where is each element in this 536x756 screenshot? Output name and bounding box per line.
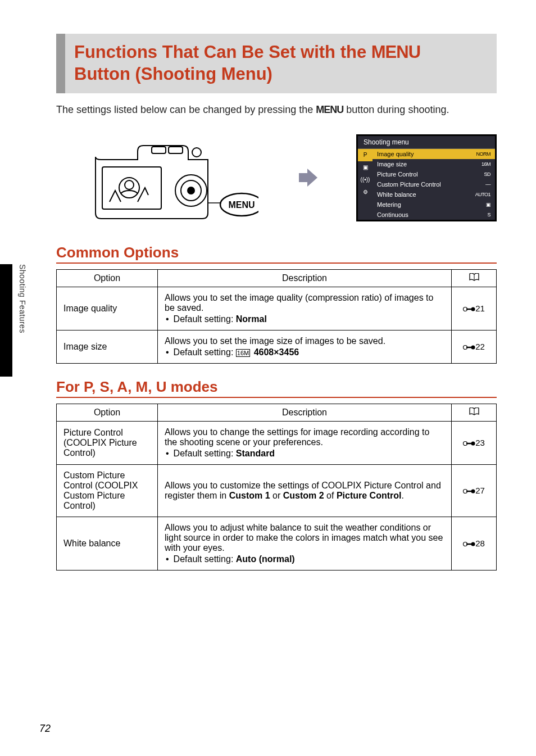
option-cell: Image quality <box>57 287 158 330</box>
lcd-item: Image size16M <box>373 159 495 169</box>
table-modes: Option Description Picture Control (COOL… <box>56 404 497 571</box>
book-icon <box>469 273 479 281</box>
arrow-icon <box>296 166 319 189</box>
mode-letters: P, S, A, M, U <box>84 378 166 395</box>
lcd-header: Shooting menu <box>358 136 495 149</box>
description-cell: Allows you to customize the settings of … <box>158 464 452 517</box>
option-cell: Image size <box>57 330 158 363</box>
lcd-item: Image qualityNORM <box>373 149 495 159</box>
menu-button-label: MENU <box>228 200 255 210</box>
side-tab <box>0 264 12 377</box>
description-cell: Allows you to adjust white balance to su… <box>158 517 452 570</box>
reference-cell: 22 <box>452 330 497 363</box>
reference-cell: 21 <box>452 287 497 330</box>
svg-point-5 <box>188 187 194 194</box>
lcd-item: Custom Picture Control–– <box>373 179 495 189</box>
page-title-bar: Functions That Can Be Set with the MENU … <box>56 34 497 93</box>
th-option: Option <box>57 404 158 421</box>
th-description: Description <box>158 404 452 421</box>
lcd-tab-2: ▣ <box>358 161 373 174</box>
reference-icon <box>463 440 475 447</box>
lcd-item: ContinuousS <box>373 210 495 220</box>
lcd-item: White balanceAUTO1 <box>373 189 495 200</box>
th-reference <box>452 269 497 287</box>
th-description: Description <box>158 269 452 287</box>
page-title: Functions That Can Be Set with the MENU … <box>74 42 488 85</box>
reference-cell: 27 <box>452 464 497 517</box>
menu-word-title: MENU <box>371 42 420 62</box>
option-cell: Custom Picture Control (COOLPIX Custom P… <box>57 464 158 517</box>
table-common-options: Option Description Image quality Allows … <box>56 269 497 364</box>
camera-illustration: MENU <box>79 129 258 227</box>
lcd-item: Metering▣ <box>373 200 495 210</box>
description-cell: Allows you to set the image quality (com… <box>158 287 452 330</box>
heading-common-options: Common Options <box>56 244 497 264</box>
page-number: 72 <box>39 723 51 735</box>
reference-cell: 23 <box>452 421 497 464</box>
lcd-items: Image qualityNORM Image size16M Picture … <box>373 149 495 220</box>
reference-icon <box>463 541 475 547</box>
description-cell: Allows you to change the settings for im… <box>158 421 452 464</box>
intro-text: The settings listed below can be changed… <box>56 102 497 117</box>
reference-icon <box>463 344 475 351</box>
option-cell: Picture Control (COOLPIX Picture Control… <box>57 421 158 464</box>
table-row: Image quality Allows you to set the imag… <box>57 287 497 330</box>
th-reference <box>452 404 497 421</box>
table-row: Picture Control (COOLPIX Picture Control… <box>57 421 497 464</box>
heading-modes: For P, S, A, M, U modes <box>56 378 497 398</box>
table-row: Custom Picture Control (COOLPIX Custom P… <box>57 464 497 517</box>
lcd-tab-p: P <box>358 149 373 161</box>
option-cell: White balance <box>57 517 158 570</box>
diagram-row: MENU Shooting menu P ▣ ((•)) ⚙ Image qua… <box>79 129 497 227</box>
table-row: White balance Allows you to adjust white… <box>57 517 497 570</box>
table-row: Image size Allows you to set the image s… <box>57 330 497 363</box>
lcd-sidebar: P ▣ ((•)) ⚙ <box>358 149 373 220</box>
reference-icon <box>463 488 475 495</box>
reference-cell: 28 <box>452 517 497 570</box>
reference-icon <box>463 306 475 313</box>
section-side-label: Shooting Features <box>18 264 27 333</box>
lcd-item: Picture ControlSD <box>373 169 495 179</box>
th-option: Option <box>57 269 158 287</box>
lcd-tab-3: ((•)) <box>358 174 373 186</box>
book-icon <box>469 408 479 415</box>
svg-point-8 <box>192 148 201 157</box>
lcd-shooting-menu: Shooting menu P ▣ ((•)) ⚙ Image qualityN… <box>356 134 497 221</box>
menu-word-inline: MENU <box>316 104 343 115</box>
description-cell: Allows you to set the image size of imag… <box>158 330 452 363</box>
lcd-tab-4: ⚙ <box>358 186 373 198</box>
